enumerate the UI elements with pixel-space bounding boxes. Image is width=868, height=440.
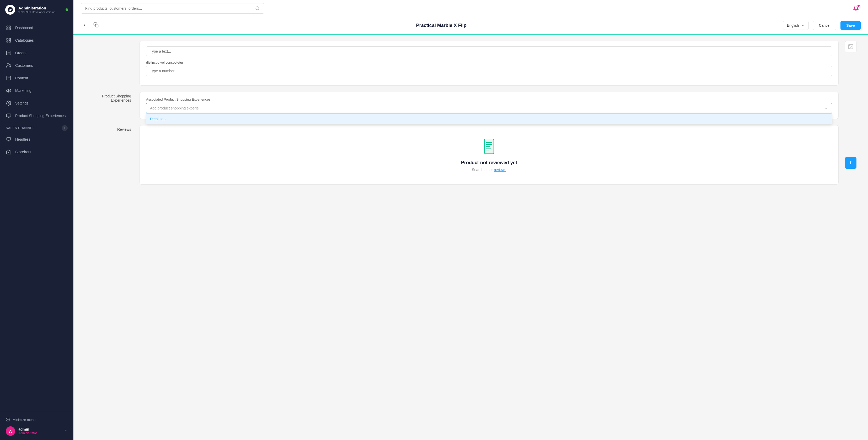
storefront-icon <box>6 149 11 155</box>
minimize-label: Minimize menu <box>12 418 35 422</box>
minimize-menu-button[interactable]: Minimize menu <box>6 415 68 424</box>
sidebar-item-label: Orders <box>15 51 27 55</box>
dropdown-wrapper: Add product shopping experie Detail top <box>146 103 832 113</box>
svg-rect-4 <box>7 28 8 30</box>
search-bar[interactable] <box>81 3 264 13</box>
shopping-experience-select[interactable]: Add product shopping experie <box>146 103 832 113</box>
text-field-card: distinctio vel consectetur <box>140 41 839 86</box>
image-panel-button[interactable] <box>845 41 857 53</box>
associated-label: Associated Product Shopping Experiences <box>146 97 832 101</box>
sidebar-item-label: Marketing <box>15 89 31 93</box>
number-input[interactable] <box>146 66 832 76</box>
sidebar-item-dashboard[interactable]: Dashboard <box>0 22 73 34</box>
product-title: Practical Marble X Flip <box>416 23 467 28</box>
app-logo <box>5 5 15 15</box>
search-icon <box>255 6 260 11</box>
reviews-section-label: Reviews <box>84 125 131 132</box>
dropdown-item-detail-top[interactable]: Detail top <box>146 114 832 124</box>
settings-icon <box>6 100 11 106</box>
sidebar: Administration v9999999 Developer Versio… <box>0 0 73 440</box>
customers-icon <box>6 63 11 68</box>
sidebar-item-label: Product Shopping Experiences <box>15 114 66 118</box>
text-input[interactable] <box>146 46 832 56</box>
number-field-label: distinctio vel consectetur <box>146 61 832 64</box>
svg-rect-6 <box>7 38 8 41</box>
back-button[interactable] <box>81 21 88 30</box>
reviews-icon <box>481 138 497 156</box>
main-nav: Dashboard Catalogues Orders Customers Co… <box>0 20 73 411</box>
sw-button[interactable]: f <box>845 157 857 169</box>
copy-button[interactable] <box>92 21 100 30</box>
sidebar-item-orders[interactable]: Orders <box>0 46 73 59</box>
svg-rect-41 <box>486 146 490 147</box>
main-area: Practical Marble X Flip English Cancel S… <box>73 0 868 440</box>
sidebar-item-marketing[interactable]: Marketing <box>0 84 73 97</box>
sidebar-item-storefront[interactable]: Storefront <box>0 146 73 158</box>
sidebar-footer: Minimize menu A admin Administrator <box>0 411 73 440</box>
chevron-down-icon <box>801 23 805 28</box>
sales-channel-label: Sales Channel <box>6 126 35 130</box>
save-button[interactable]: Save <box>840 21 861 30</box>
sales-channel-header: Sales Channel <box>0 122 73 133</box>
dashboard-icon <box>6 25 11 31</box>
shopping-experiences-card: Associated Product Shopping Experiences … <box>140 92 839 119</box>
svg-rect-22 <box>6 114 11 117</box>
shopping-experiences-section: Product Shopping Experiences Associated … <box>84 92 839 119</box>
sidebar-item-label: Settings <box>15 101 29 105</box>
dropdown-placeholder: Add product shopping experie <box>150 106 199 110</box>
right-column: f <box>845 41 858 434</box>
svg-rect-9 <box>7 41 8 42</box>
sidebar-item-headless[interactable]: Headless <box>0 133 73 146</box>
reviews-section-content: Product not reviewed yet Search other re… <box>140 125 839 184</box>
svg-point-45 <box>849 45 850 46</box>
sidebar-item-label: Content <box>15 76 28 80</box>
main-column: distinctio vel consectetur Product Shopp… <box>84 41 839 434</box>
svg-point-14 <box>7 64 9 65</box>
svg-rect-39 <box>486 142 492 143</box>
sw-label: f <box>850 161 851 165</box>
sidebar-item-label: Dashboard <box>15 26 33 30</box>
svg-point-1 <box>10 9 11 10</box>
sidebar-item-product-shopping[interactable]: Product Shopping Experiences <box>0 109 73 122</box>
user-info: A admin Administrator <box>6 424 68 436</box>
reviews-empty-title: Product not reviewed yet <box>461 160 517 166</box>
sidebar-item-settings[interactable]: Settings <box>0 97 73 109</box>
text-field-group <box>146 46 832 56</box>
section-content: distinctio vel consectetur <box>140 41 839 86</box>
user-menu-chevron-icon[interactable] <box>63 429 68 434</box>
reviews-link[interactable]: reviews <box>494 168 506 172</box>
svg-rect-5 <box>9 28 11 30</box>
headless-icon <box>6 136 11 142</box>
svg-rect-40 <box>486 144 492 145</box>
product-shopping-icon <box>6 113 11 119</box>
app-version: v9999999 Developer Version <box>18 10 55 13</box>
user-role: Administrator <box>18 431 37 435</box>
sidebar-item-catalogues[interactable]: Catalogues <box>0 34 73 46</box>
svg-point-15 <box>9 64 11 65</box>
sidebar-item-content[interactable]: Content <box>0 72 73 84</box>
catalogues-icon <box>6 37 11 43</box>
svg-rect-37 <box>95 24 98 27</box>
avatar-initial: A <box>9 429 12 434</box>
dropdown-menu: Detail top <box>146 113 832 125</box>
cancel-button[interactable]: Cancel <box>813 21 837 30</box>
notification-badge <box>858 5 860 7</box>
username: admin <box>18 427 37 431</box>
svg-line-36 <box>258 9 259 10</box>
card-inner: distinctio vel consectetur <box>140 41 838 86</box>
language-select[interactable]: English <box>783 21 809 30</box>
shopping-section-content: Associated Product Shopping Experiences … <box>140 92 839 119</box>
notification-button[interactable] <box>851 4 861 13</box>
sidebar-item-label: Headless <box>15 137 30 141</box>
orders-icon <box>6 50 11 56</box>
add-sales-channel-button[interactable] <box>62 125 68 131</box>
reviews-empty: Product not reviewed yet Search other re… <box>140 126 838 184</box>
product-header: Practical Marble X Flip English Cancel S… <box>73 17 868 35</box>
sidebar-item-customers[interactable]: Customers <box>0 59 73 72</box>
image-icon <box>848 44 854 49</box>
sidebar-item-label: Catalogues <box>15 38 34 42</box>
app-title: Administration <box>18 6 55 10</box>
reviews-card: Product not reviewed yet Search other re… <box>140 125 839 184</box>
reviews-section: Reviews <box>84 125 839 184</box>
search-input[interactable] <box>85 6 252 10</box>
